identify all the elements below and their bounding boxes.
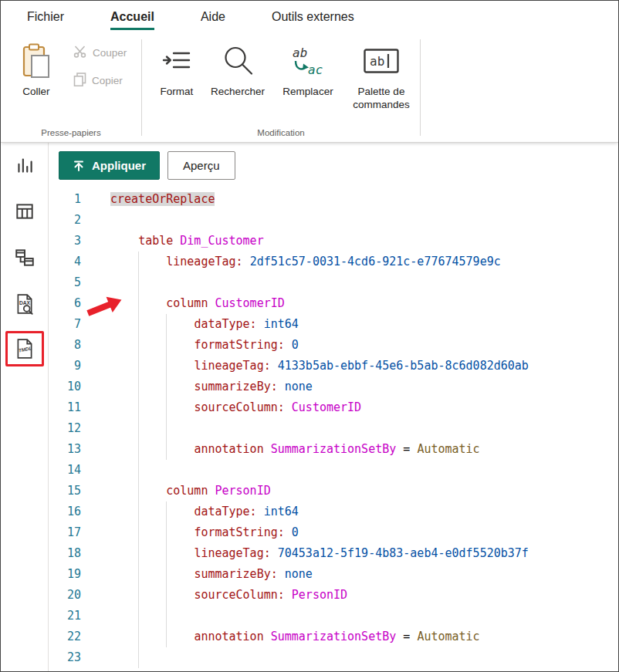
code-text: summarizeBy: none — [81, 377, 313, 397]
line-number: 3 — [49, 231, 81, 252]
code-line[interactable]: 20 sourceColumn: PersonID — [49, 585, 618, 606]
svg-text:ac: ac — [308, 62, 323, 76]
apply-button[interactable]: Appliquer — [59, 151, 160, 180]
sidebar-item-tmdl-view[interactable]: TMDL — [13, 336, 36, 361]
clipboard-paste-icon — [21, 39, 52, 83]
code-text: dataType: int64 — [81, 314, 299, 335]
code-line[interactable]: 14 — [49, 460, 618, 481]
code-line[interactable]: 15 column PersonID — [49, 481, 618, 501]
code-line[interactable]: 12 — [49, 418, 618, 439]
command-palette-icon: ab — [364, 39, 399, 83]
sidebar-item-report-view[interactable] — [12, 152, 38, 178]
copy-label: Copier — [92, 75, 123, 86]
code-text: dataType: int64 — [81, 501, 299, 522]
svg-text:DAX: DAX — [19, 300, 31, 306]
preview-label: Aperçu — [183, 159, 220, 172]
ribbon-separator — [420, 39, 421, 136]
code-line[interactable]: 13 annotation SummarizationSetBy = Autom… — [49, 439, 618, 460]
line-number: 12 — [49, 418, 81, 439]
line-number: 19 — [49, 564, 81, 585]
code-line[interactable]: 1createOrReplace — [49, 189, 618, 210]
sidebar-item-dax-query-view[interactable]: DAX — [12, 291, 38, 317]
code-line[interactable]: 10 summarizeBy: none — [49, 377, 618, 397]
group-label-modification: Modification — [142, 125, 420, 142]
code-line[interactable]: 8 formatString: 0 — [49, 335, 618, 356]
svg-text:ab: ab — [370, 54, 384, 69]
svg-text:TMDL: TMDL — [18, 345, 32, 353]
format-button[interactable]: Format — [151, 33, 202, 99]
svg-text:ab: ab — [293, 46, 307, 60]
group-modification: Format Rechercher — [142, 33, 420, 142]
tab-accueil[interactable]: Accueil — [110, 1, 154, 33]
sidebar-item-model-view[interactable] — [12, 245, 38, 271]
preview-button[interactable]: Aperçu — [167, 151, 235, 180]
code-line[interactable]: 21 — [49, 606, 618, 626]
command-palette-button[interactable]: ab Palette de commandes — [343, 33, 420, 112]
code-text — [81, 647, 110, 668]
scissors-icon — [73, 46, 87, 60]
line-number: 6 — [49, 293, 81, 314]
line-number: 23 — [49, 647, 81, 668]
cut-label: Couper — [93, 47, 127, 59]
code-text — [81, 606, 110, 626]
line-number: 8 — [49, 335, 81, 356]
code-line[interactable]: 4 lineageTag: 2df51c57-0031-4cd6-921c-e7… — [49, 252, 618, 272]
tab-aide[interactable]: Aide — [201, 1, 225, 33]
tab-outils-externes[interactable]: Outils externes — [272, 1, 354, 33]
code-line[interactable]: 11 sourceColumn: CustomerID — [49, 397, 618, 418]
line-number: 15 — [49, 481, 81, 501]
code-line[interactable]: 18 lineageTag: 70453a12-5f19-4b83-aeb4-e… — [49, 543, 618, 564]
paste-label: Coller — [22, 86, 49, 99]
tmdl-code-editor[interactable]: 1createOrReplace23 table Dim_Customer4 l… — [49, 189, 618, 671]
code-text: lineageTag: 70453a12-5f19-4b83-aeb4-e0df… — [81, 543, 529, 564]
code-text: formatString: 0 — [81, 522, 299, 543]
line-number: 2 — [49, 210, 81, 231]
code-text — [81, 418, 110, 439]
group-modification-content: Format Rechercher — [142, 33, 420, 125]
code-line[interactable]: 17 formatString: 0 — [49, 522, 618, 543]
tab-fichier[interactable]: Fichier — [27, 1, 64, 33]
code-text: annotation SummarizationSetBy = Automati… — [81, 439, 480, 460]
code-line[interactable]: 7 dataType: int64 — [49, 314, 618, 335]
sidebar-item-table-view[interactable] — [12, 198, 38, 225]
ribbon: Fichier Accueil Aide Outils externes — [1, 1, 618, 143]
code-line[interactable]: 22 annotation SummarizationSetBy = Autom… — [49, 626, 618, 647]
replace-button[interactable]: ab ac Remplacer — [273, 33, 343, 99]
table-view-icon — [14, 201, 36, 222]
code-line[interactable]: 23 — [49, 647, 618, 668]
code-text: formatString: 0 — [81, 335, 299, 356]
code-text: sourceColumn: PersonID — [81, 585, 347, 606]
line-number: 21 — [49, 606, 81, 626]
search-icon — [222, 39, 254, 83]
code-text — [81, 460, 110, 481]
code-line[interactable]: 2 — [49, 210, 618, 231]
replace-label: Remplacer — [282, 86, 333, 99]
code-line[interactable]: 3 table Dim_Customer — [49, 231, 618, 252]
main-area: DAX TMDL — [1, 143, 618, 671]
cut-button[interactable]: Couper — [73, 46, 127, 60]
find-button[interactable]: Rechercher — [202, 33, 273, 99]
code-text: createOrReplace — [81, 189, 215, 210]
cut-copy-column: Couper Copier — [73, 33, 127, 89]
line-number: 11 — [49, 397, 81, 418]
apply-label: Appliquer — [92, 159, 146, 172]
line-number: 17 — [49, 522, 81, 543]
copy-icon — [73, 73, 86, 89]
code-line[interactable]: 16 dataType: int64 — [49, 501, 618, 522]
code-line[interactable]: 9 lineageTag: 4133b5ab-ebbf-45e6-b5ab-8c… — [49, 356, 618, 377]
code-text: lineageTag: 4133b5ab-ebbf-45e6-b5ab-8c6d… — [81, 356, 529, 377]
line-number: 10 — [49, 377, 81, 397]
code-line[interactable]: 5 — [49, 272, 618, 293]
paste-button[interactable]: Coller — [12, 33, 61, 99]
editor-toolbar: Appliquer Aperçu — [59, 151, 618, 180]
format-icon — [162, 39, 191, 83]
line-number: 1 — [49, 189, 81, 210]
line-number: 4 — [49, 252, 81, 272]
find-label: Rechercher — [211, 86, 265, 99]
apply-arrow-icon — [73, 160, 85, 172]
code-line[interactable]: 19 summarizeBy: none — [49, 564, 618, 585]
annotation-highlight-box: TMDL — [5, 331, 44, 366]
copy-button[interactable]: Copier — [73, 73, 127, 89]
line-number: 18 — [49, 543, 81, 564]
code-line[interactable]: 6 column CustomerID — [49, 293, 618, 314]
